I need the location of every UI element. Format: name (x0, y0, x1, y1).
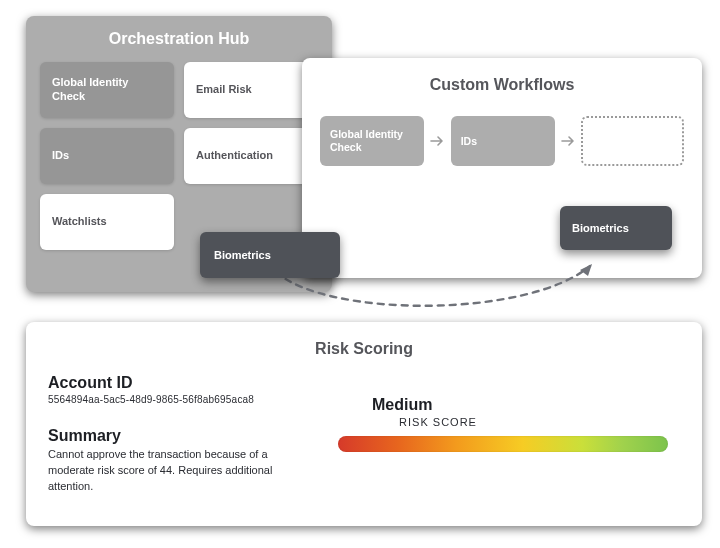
diagram-stage: Orchestration Hub Global Identity Check … (0, 0, 720, 548)
risk-left-column: Account ID 5564894aa-5ac5-48d9-9865-56f8… (48, 374, 308, 495)
hub-biometrics-chip[interactable]: Biometrics (200, 232, 340, 278)
summary-text: Cannot approve the transaction because o… (48, 447, 278, 495)
hub-tile-grid: Global Identity Check Email Risk IDs Aut… (40, 62, 318, 250)
hub-tile[interactable]: Email Risk (184, 62, 318, 118)
custom-workflows-title: Custom Workflows (320, 76, 684, 94)
hub-tile[interactable]: Watchlists (40, 194, 174, 250)
risk-level: Medium (372, 396, 680, 414)
risk-score-bar (338, 436, 668, 452)
workflow-step[interactable]: IDs (451, 116, 555, 166)
account-id-label: Account ID (48, 374, 308, 392)
hub-tile[interactable]: Authentication (184, 128, 318, 184)
risk-scoring-panel: Risk Scoring Account ID 5564894aa-5ac5-4… (26, 322, 702, 526)
workflow-biometrics-chip[interactable]: Biometrics (560, 206, 672, 250)
risk-right-column: Medium RISK SCORE (338, 374, 680, 495)
orchestration-hub-title: Orchestration Hub (40, 30, 318, 48)
hub-tile[interactable]: IDs (40, 128, 174, 184)
workflow-dropzone[interactable] (581, 116, 684, 166)
risk-body: Account ID 5564894aa-5ac5-48d9-9865-56f8… (48, 374, 680, 495)
workflow-step[interactable]: Global Identity Check (320, 116, 424, 166)
account-id-value: 5564894aa-5ac5-48d9-9865-56f8ab695aca8 (48, 394, 308, 405)
risk-scoring-title: Risk Scoring (48, 340, 680, 358)
arrow-right-icon (561, 133, 576, 149)
summary-label: Summary (48, 427, 308, 445)
workflow-row: Global Identity Check IDs (320, 116, 684, 166)
arrow-right-icon (430, 133, 445, 149)
custom-workflows-panel: Custom Workflows Global Identity Check I… (302, 58, 702, 278)
risk-caption: RISK SCORE (358, 416, 518, 428)
hub-tile[interactable]: Global Identity Check (40, 62, 174, 118)
